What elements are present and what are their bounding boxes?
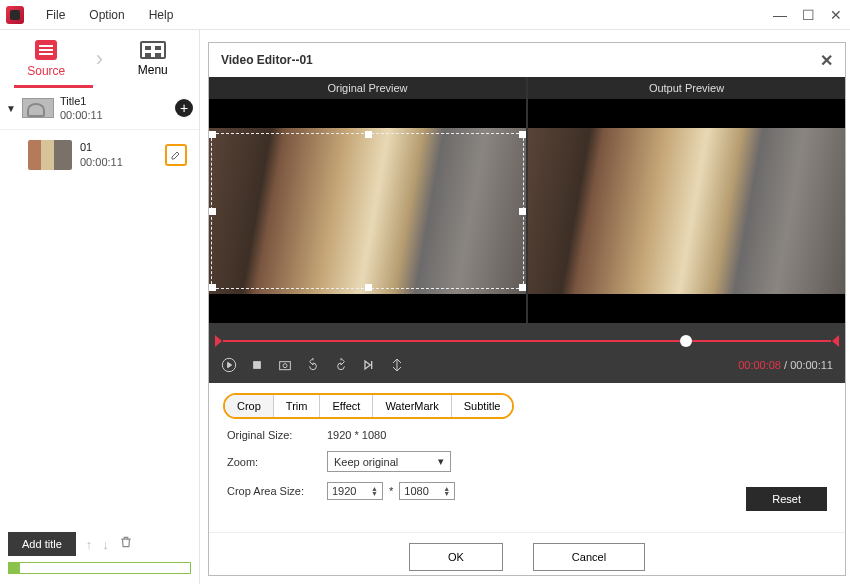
crop-handle-tl[interactable] — [209, 131, 216, 138]
timeline-playhead[interactable] — [680, 335, 692, 347]
menu-help[interactable]: Help — [137, 2, 186, 28]
zoom-label: Zoom: — [227, 456, 327, 468]
tab-source-label: Source — [27, 64, 65, 78]
crop-frame[interactable] — [211, 133, 524, 289]
output-video-frame — [528, 128, 845, 294]
crop-handle-rc[interactable] — [519, 208, 526, 215]
dialog-title: Video Editor--01 — [221, 53, 313, 67]
original-preview-label: Original Preview — [209, 77, 526, 99]
tab-crop[interactable]: Crop — [225, 395, 274, 417]
edit-clip-button[interactable] — [165, 144, 187, 166]
timeline[interactable] — [209, 323, 845, 353]
ok-button[interactable]: OK — [409, 543, 503, 571]
dialog-close-button[interactable]: ✕ — [820, 51, 833, 70]
crop-handle-lc[interactable] — [209, 208, 216, 215]
player-controls: 00:00:08 / 00:00:11 — [209, 353, 845, 383]
crop-area-label: Crop Area Size: — [227, 485, 327, 497]
timeline-end-marker[interactable] — [832, 335, 839, 347]
delete-icon[interactable] — [119, 535, 133, 553]
crop-handle-tr[interactable] — [519, 131, 526, 138]
stop-icon[interactable] — [249, 357, 265, 373]
crop-height-input[interactable]: 1080 ▲▼ — [399, 482, 455, 500]
svg-rect-2 — [280, 362, 291, 370]
flip-icon[interactable] — [389, 357, 405, 373]
tab-menu-label: Menu — [138, 63, 168, 77]
rotate-left-icon[interactable] — [305, 357, 321, 373]
zoom-select[interactable]: Keep original ▾ — [327, 451, 451, 472]
time-display: 00:00:08 / 00:00:11 — [738, 359, 833, 371]
minimize-button[interactable]: — — [772, 7, 788, 23]
title-thumbnail — [22, 98, 54, 118]
tab-arrow-icon: › — [93, 30, 107, 88]
expand-icon[interactable]: ▼ — [6, 103, 16, 114]
tab-trim[interactable]: Trim — [274, 395, 321, 417]
tab-menu[interactable]: Menu — [107, 30, 200, 88]
multiply-icon: * — [389, 485, 393, 497]
tab-source[interactable]: Source — [0, 30, 93, 88]
add-title-button[interactable]: Add title — [8, 532, 76, 556]
original-preview: Original Preview — [209, 77, 528, 323]
edit-tabs: Crop Trim Effect WaterMark Subtitle — [223, 393, 514, 419]
menu-file[interactable]: File — [34, 2, 77, 28]
clip-thumbnail — [28, 140, 72, 170]
app-icon — [6, 6, 24, 24]
rotate-right-icon[interactable] — [333, 357, 349, 373]
menu-icon — [140, 41, 166, 59]
crop-handle-tc[interactable] — [365, 131, 372, 138]
clip-row[interactable]: 01 00:00:11 — [0, 130, 199, 180]
move-up-icon[interactable]: ↑ — [86, 537, 93, 552]
crop-handle-bl[interactable] — [209, 284, 216, 291]
play-icon[interactable] — [221, 357, 237, 373]
title-text: Title1 00:00:11 — [60, 94, 169, 123]
timeline-track[interactable] — [223, 340, 831, 342]
title-row[interactable]: ▼ Title1 00:00:11 + — [0, 88, 199, 130]
chevron-down-icon: ▾ — [438, 455, 444, 468]
tab-effect[interactable]: Effect — [320, 395, 373, 417]
svg-point-3 — [283, 364, 287, 368]
output-preview-label: Output Preview — [528, 77, 845, 99]
crop-handle-br[interactable] — [519, 284, 526, 291]
close-button[interactable]: ✕ — [828, 7, 844, 23]
snapshot-icon[interactable] — [277, 357, 293, 373]
original-size-value: 1920 * 1080 — [327, 429, 386, 441]
progress-bar — [8, 562, 191, 574]
clip-text: 01 00:00:11 — [80, 140, 157, 169]
video-editor-dialog: Video Editor--01 ✕ Original Preview — [208, 42, 846, 576]
original-size-label: Original Size: — [227, 429, 327, 441]
timeline-start-marker[interactable] — [215, 335, 222, 347]
crop-width-input[interactable]: 1920 ▲▼ — [327, 482, 383, 500]
output-preview: Output Preview — [528, 77, 845, 323]
left-panel: Source › Menu ▼ Title1 00:00:11 + 01 00: — [0, 30, 200, 584]
reset-button[interactable]: Reset — [746, 487, 827, 511]
maximize-button[interactable]: ☐ — [800, 7, 816, 23]
move-down-icon[interactable]: ↓ — [102, 537, 109, 552]
next-frame-icon[interactable] — [361, 357, 377, 373]
source-icon — [35, 40, 57, 60]
window-controls: — ☐ ✕ — [772, 7, 844, 23]
tab-watermark[interactable]: WaterMark — [373, 395, 451, 417]
crop-handle-bc[interactable] — [365, 284, 372, 291]
menubar: File Option Help — ☐ ✕ — [0, 0, 850, 30]
cancel-button[interactable]: Cancel — [533, 543, 645, 571]
add-clip-button[interactable]: + — [175, 99, 193, 117]
tab-subtitle[interactable]: Subtitle — [452, 395, 513, 417]
menu-option[interactable]: Option — [77, 2, 136, 28]
svg-rect-1 — [254, 362, 261, 369]
